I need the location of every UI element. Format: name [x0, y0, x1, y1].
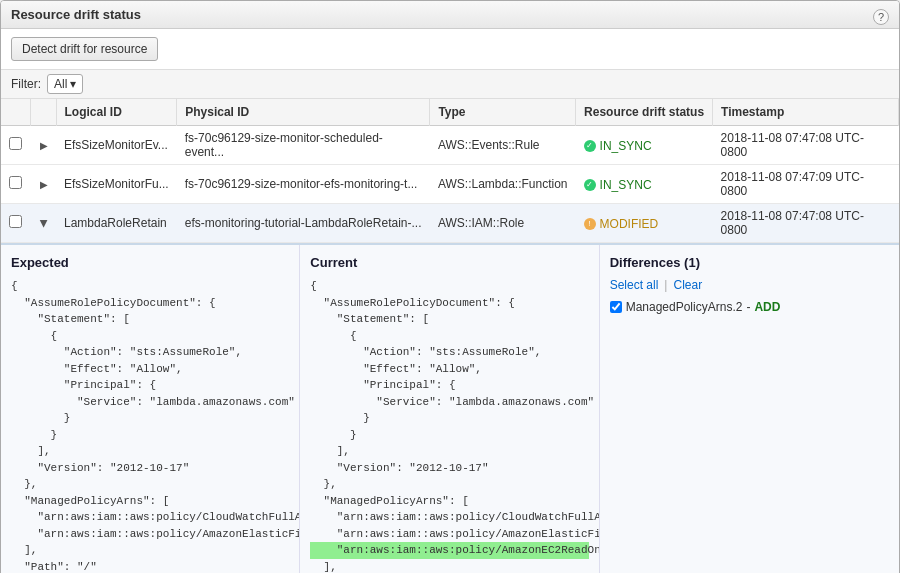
diff-current-section: Current { "AssumeRolePolicyDocument": { …: [300, 245, 599, 573]
diff-item-label: ManagedPolicyArns.2: [626, 300, 743, 314]
title-bar: Resource drift status ?: [1, 1, 899, 29]
diff-expected-section: Expected { "AssumeRolePolicyDocument": {…: [1, 245, 300, 573]
status-icon-insync-1: ✓: [584, 140, 596, 152]
window-title: Resource drift status: [11, 7, 141, 22]
expand-arrow-1[interactable]: ▶: [40, 140, 48, 151]
filter-bar: Filter: All ▾: [1, 70, 899, 99]
row-physical-id-2: fs-70c96129-size-monitor-efs-monitoring-…: [177, 165, 430, 204]
row-type-3: AWS::IAM::Role: [430, 204, 576, 243]
resource-table: Logical ID Physical ID Type Resource dri…: [1, 99, 899, 243]
diff-actions-bar: Select all | Clear: [610, 278, 889, 292]
diff-item: ManagedPolicyArns.2 - ADD: [610, 300, 889, 314]
select-all-link[interactable]: Select all: [610, 278, 659, 292]
diff-separator: |: [664, 278, 667, 292]
diff-expected-title: Expected: [11, 255, 289, 270]
row-expand-cell-2[interactable]: ▶: [30, 165, 56, 204]
row-checkbox-1[interactable]: [9, 137, 22, 150]
diff-differences-section: Differences (1) Select all | Clear Manag…: [600, 245, 899, 573]
filter-label: Filter:: [11, 77, 41, 91]
help-icon[interactable]: ?: [873, 9, 889, 25]
status-icon-modified-3: !: [584, 218, 596, 230]
table-row-expanded: ▶ LambdaRoleRetain efs-monitoring-tutori…: [1, 204, 899, 243]
diff-differences-title: Differences (1): [610, 255, 889, 270]
row-expand-cell-3[interactable]: ▶: [30, 204, 56, 243]
row-type-2: AWS::Lambda::Function: [430, 165, 576, 204]
expand-arrow-2[interactable]: ▶: [40, 179, 48, 190]
clear-link[interactable]: Clear: [673, 278, 702, 292]
row-status-1: ✓ IN_SYNC: [576, 126, 713, 165]
chevron-down-icon: ▾: [70, 77, 76, 91]
col-expand: [30, 99, 56, 126]
diff-expected-code: { "AssumeRolePolicyDocument": { "Stateme…: [11, 278, 289, 573]
col-drift-status: Resource drift status: [576, 99, 713, 126]
row-timestamp-3: 2018-11-08 07:47:08 UTC-0800: [713, 204, 899, 243]
diff-separator-dash: -: [746, 300, 750, 314]
row-logical-id-1: EfsSizeMonitorEv...: [56, 126, 177, 165]
row-logical-id-2: EfsSizeMonitorFu...: [56, 165, 177, 204]
diff-add-badge: ADD: [754, 300, 780, 314]
row-expand-cell-1[interactable]: ▶: [30, 126, 56, 165]
main-window: Resource drift status ? Detect drift for…: [0, 0, 900, 573]
expand-arrow-3[interactable]: ▶: [39, 220, 50, 228]
diff-current-title: Current: [310, 255, 588, 270]
row-timestamp-2: 2018-11-08 07:47:09 UTC-0800: [713, 165, 899, 204]
row-status-2: ✓ IN_SYNC: [576, 165, 713, 204]
row-checkbox-cell: [1, 126, 30, 165]
status-icon-insync-2: ✓: [584, 179, 596, 191]
row-timestamp-1: 2018-11-08 07:47:08 UTC-0800: [713, 126, 899, 165]
table-row: ▶ EfsSizeMonitorEv... fs-70c96129-size-m…: [1, 126, 899, 165]
col-physical-id: Physical ID: [177, 99, 430, 126]
row-checkbox-2[interactable]: [9, 176, 22, 189]
filter-dropdown[interactable]: All ▾: [47, 74, 83, 94]
row-type-1: AWS::Events::Rule: [430, 126, 576, 165]
col-type: Type: [430, 99, 576, 126]
toolbar: Detect drift for resource: [1, 29, 899, 70]
row-checkbox-cell-2: [1, 165, 30, 204]
diff-current-code: { "AssumeRolePolicyDocument": { "Stateme…: [310, 278, 588, 573]
row-physical-id-1: fs-70c96129-size-monitor-scheduled-event…: [177, 126, 430, 165]
diff-item-checkbox[interactable]: [610, 301, 622, 313]
col-timestamp: Timestamp: [713, 99, 899, 126]
row-physical-id-3: efs-monitoring-tutorial-LambdaRoleRetain…: [177, 204, 430, 243]
row-status-3: ! MODIFIED: [576, 204, 713, 243]
table-row: ▶ EfsSizeMonitorFu... fs-70c96129-size-m…: [1, 165, 899, 204]
col-logical-id: Logical ID: [56, 99, 177, 126]
row-checkbox-3[interactable]: [9, 215, 22, 228]
diff-panel: Expected { "AssumeRolePolicyDocument": {…: [1, 243, 899, 573]
col-checkbox: [1, 99, 30, 126]
row-checkbox-cell-3: [1, 204, 30, 243]
row-logical-id-3: LambdaRoleRetain: [56, 204, 177, 243]
detect-drift-button[interactable]: Detect drift for resource: [11, 37, 158, 61]
